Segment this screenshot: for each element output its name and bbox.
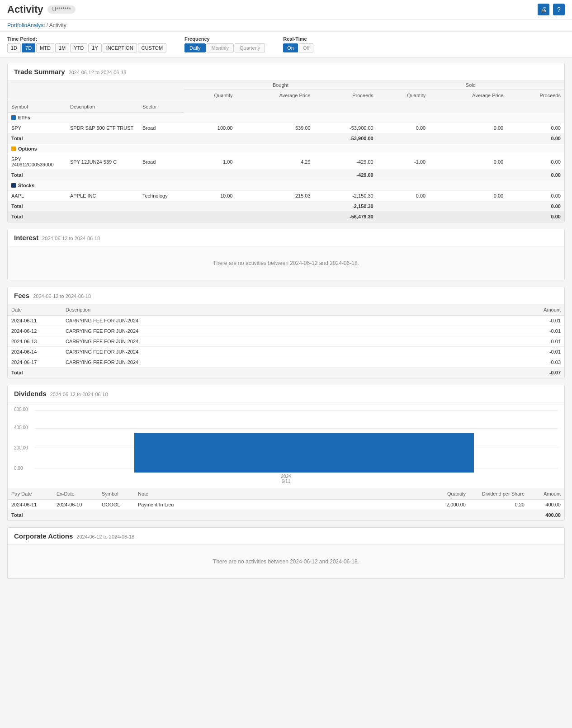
freq-monthly[interactable]: Monthly [207, 43, 234, 52]
frequency-group: Frequency Daily Monthly Quarterly [184, 36, 265, 52]
fees-total-amount: -0.07 [528, 368, 564, 378]
div-th-qty: Quantity [424, 488, 469, 500]
opt-s-avg: 0.00 [429, 154, 507, 170]
div-th-note: Note [134, 488, 424, 500]
frequency-buttons: Daily Monthly Quarterly [184, 43, 265, 52]
stk-aapl-b-qty: 10.00 [184, 191, 236, 201]
fee-date-4: 2024-06-17 [8, 357, 62, 368]
etf-spy-symbol: SPY [8, 123, 66, 133]
breadcrumb-home[interactable]: PortfolioAnalyst [7, 22, 45, 28]
interest-header: Interest 2024-06-12 to 2024-06-18 [8, 229, 564, 246]
div-note: Payment In Lieu [134, 500, 424, 510]
period-inception[interactable]: INCEPTION [103, 43, 137, 52]
rt-off[interactable]: Off [299, 43, 313, 52]
fee-date-2: 2024-06-13 [8, 336, 62, 347]
frequency-label: Frequency [184, 36, 265, 42]
bought-header: Bought [184, 80, 377, 90]
fee-desc-3: CARRYING FEE FOR JUN-2024 [62, 347, 528, 357]
stk-aapl-symbol: AAPL [8, 191, 66, 201]
help-button[interactable]: ? [553, 4, 565, 15]
stk-aapl-sector: Technology [139, 191, 184, 201]
time-period-buttons: 1D 7D MTD 1M YTD 1Y INCEPTION CUSTOM [7, 43, 166, 52]
opt-symbol: SPY 240612C00539000 [8, 154, 66, 170]
period-1m[interactable]: 1M [55, 43, 69, 52]
corporate-actions-date: 2024-06-12 to 2024-06-18 [76, 534, 134, 539]
trade-summary-table-wrapper: Bought Sold Quantity Average Price Proce… [8, 80, 564, 222]
table-row: 2024-06-17 CARRYING FEE FOR JUN-2024 -0.… [8, 357, 564, 368]
period-custom[interactable]: CUSTOM [138, 43, 166, 52]
fees-date: 2024-06-12 to 2024-06-18 [33, 293, 91, 299]
div-th-exdate: Ex-Date [53, 488, 98, 500]
opt-total-s-proc: 0.00 [507, 170, 564, 180]
trade-summary-title: Trade Summary [14, 68, 65, 76]
corporate-actions-empty: There are no activities between 2024-06-… [8, 545, 564, 578]
trade-summary-header: Trade Summary 2024-06-12 to 2024-06-18 [8, 63, 564, 80]
etf-spy-sector: Broad [139, 123, 184, 133]
fees-th-amount: Amount [528, 304, 564, 316]
print-button[interactable]: 🖨 [538, 4, 549, 15]
freq-quarterly[interactable]: Quarterly [235, 43, 265, 52]
y-400: 400.00 [14, 425, 28, 430]
fee-amount-0: -0.01 [528, 316, 564, 326]
grid-line-600 [35, 410, 558, 411]
fees-total-row: Total -0.07 [8, 368, 564, 378]
div-total-amount: 400.00 [528, 510, 564, 520]
fees-th-date: Date [8, 304, 62, 316]
top-icons: 🖨 ? [538, 4, 565, 15]
dividends-table-wrapper: Pay Date Ex-Date Symbol Note Quantity Di… [8, 488, 564, 520]
corporate-actions-title: Corporate Actions [14, 532, 73, 540]
period-1y[interactable]: 1Y [88, 43, 101, 52]
grand-total-label: Total [8, 212, 66, 222]
stk-aapl-desc: APPLE INC [66, 191, 139, 201]
fee-desc-1: CARRYING FEE FOR JUN-2024 [62, 326, 528, 336]
th-b-avg: Average Price [236, 90, 314, 101]
div-amount: 400.00 [528, 500, 564, 510]
table-row: 2024-06-12 CARRYING FEE FOR JUN-2024 -0.… [8, 326, 564, 336]
opt-b-avg: 4.29 [236, 154, 314, 170]
top-bar: Activity U******* 🖨 ? [0, 0, 572, 19]
th-sector: Sector [139, 101, 184, 113]
rt-on[interactable]: On [283, 43, 298, 52]
grand-total-s-proc: 0.00 [507, 212, 564, 222]
etf-total-s-proc: 0.00 [507, 133, 564, 144]
opt-b-qty: 1.00 [184, 154, 236, 170]
div-th-dps: Dividend per Share [469, 488, 528, 500]
fees-th-desc: Description [62, 304, 528, 316]
fees-header: Fees 2024-06-12 to 2024-06-18 [8, 287, 564, 304]
etf-dot [11, 115, 16, 120]
div-paydate: 2024-06-11 [8, 500, 53, 510]
fee-desc-4: CARRYING FEE FOR JUN-2024 [62, 357, 528, 368]
dividend-bar [134, 433, 474, 473]
period-1d[interactable]: 1D [7, 43, 21, 52]
freq-daily[interactable]: Daily [184, 43, 205, 52]
period-7d[interactable]: 7D [22, 43, 35, 52]
fee-amount-2: -0.01 [528, 336, 564, 347]
div-total-row: Total 400.00 [8, 510, 564, 520]
fees-total-label: Total [8, 368, 62, 378]
period-mtd[interactable]: MTD [36, 43, 54, 52]
div-th-paydate: Pay Date [8, 488, 53, 500]
table-row: 2024-06-11 CARRYING FEE FOR JUN-2024 -0.… [8, 316, 564, 326]
div-exdate: 2024-06-10 [53, 500, 98, 510]
th-b-qty: Quantity [184, 90, 236, 101]
table-row: 2024-06-14 CARRYING FEE FOR JUN-2024 -0.… [8, 347, 564, 357]
fee-desc-0: CARRYING FEE FOR JUN-2024 [62, 316, 528, 326]
period-ytd[interactable]: YTD [70, 43, 87, 52]
div-qty: 2,000.00 [424, 500, 469, 510]
stk-aapl-b-avg: 215.03 [236, 191, 314, 201]
etf-total-label: Total [8, 133, 66, 144]
etf-spy-s-avg: 0.00 [429, 123, 507, 133]
opt-total-b-proc: -429.00 [314, 170, 377, 180]
x-label: 2024 6/11 [8, 474, 564, 484]
breadcrumb: PortfolioAnalyst / Activity [0, 19, 572, 32]
fees-table-wrapper: Date Description Amount 2024-06-11 CARRY… [8, 304, 564, 378]
etf-spy-b-avg: 539.00 [236, 123, 314, 133]
div-dps: 0.20 [469, 500, 528, 510]
interest-title: Interest [14, 234, 38, 241]
options-label: Options [18, 146, 37, 151]
interest-date: 2024-06-12 to 2024-06-18 [42, 236, 100, 241]
fee-amount-1: -0.01 [528, 326, 564, 336]
opt-s-qty: -1.00 [377, 154, 429, 170]
etf-total-b-proc: -53,900.00 [314, 133, 377, 144]
table-row: SPY 240612C00539000 SPY 12JUN24 539 C Br… [8, 154, 564, 170]
